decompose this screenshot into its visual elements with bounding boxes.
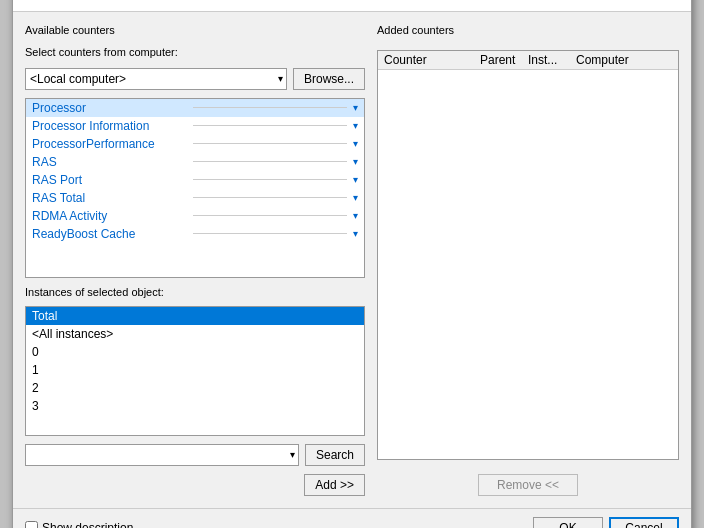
- search-button[interactable]: Search: [305, 444, 365, 466]
- added-counters-table[interactable]: Counter Parent Inst... Computer: [377, 50, 679, 460]
- counter-item[interactable]: RDMA Activity▾: [26, 207, 364, 225]
- added-counters-label: Added counters: [377, 24, 679, 36]
- remove-row: Remove <<: [377, 474, 679, 496]
- add-row: Add >>: [25, 474, 365, 496]
- show-description-row: Show description: [25, 521, 133, 529]
- instance-item[interactable]: 3: [26, 397, 364, 415]
- counter-item[interactable]: Processor Information▾: [26, 117, 364, 135]
- counter-item-text: ReadyBoost Cache: [32, 227, 187, 241]
- instances-label: Instances of selected object:: [25, 286, 365, 298]
- add-button[interactable]: Add >>: [304, 474, 365, 496]
- close-button[interactable]: ✕: [663, 0, 681, 5]
- ok-button[interactable]: OK: [533, 517, 603, 529]
- search-input[interactable]: [25, 444, 299, 466]
- right-panel: Added counters Counter Parent Inst... Co…: [377, 24, 679, 496]
- counter-separator: [193, 179, 348, 180]
- counter-item[interactable]: RAS Total▾: [26, 189, 364, 207]
- counter-separator: [193, 233, 348, 234]
- computer-select-label: Select counters from computer:: [25, 46, 365, 58]
- counter-separator: [193, 197, 348, 198]
- col-parent-header: Parent: [480, 53, 528, 67]
- counter-item[interactable]: RAS Port▾: [26, 171, 364, 189]
- counter-separator: [193, 215, 348, 216]
- browse-button[interactable]: Browse...: [293, 68, 365, 90]
- counter-separator: [193, 143, 348, 144]
- instance-item[interactable]: <All instances>: [26, 325, 364, 343]
- counter-item-text: RAS: [32, 155, 187, 169]
- show-description-label: Show description: [42, 521, 133, 529]
- counter-separator: [193, 125, 348, 126]
- left-panel: Available counters Select counters from …: [25, 24, 365, 496]
- dialog-footer: Show description OK Cancel: [13, 508, 691, 529]
- col-inst-header: Inst...: [528, 53, 576, 67]
- title-bar: Add Counters ✕: [13, 0, 691, 12]
- dialog-content: Available counters Select counters from …: [13, 12, 691, 508]
- col-computer-header: Computer: [576, 53, 672, 67]
- instance-item[interactable]: 2: [26, 379, 364, 397]
- counter-chevron-icon: ▾: [353, 156, 358, 167]
- available-counters-label: Available counters: [25, 24, 365, 36]
- search-input-wrapper[interactable]: [25, 444, 299, 466]
- counter-item-text: Processor Information: [32, 119, 187, 133]
- counter-item-text: RAS Port: [32, 173, 187, 187]
- col-counter-header: Counter: [384, 53, 480, 67]
- instances-list[interactable]: Total<All instances>0123: [25, 306, 365, 436]
- counter-item[interactable]: ProcessorPerformance▾: [26, 135, 364, 153]
- table-header: Counter Parent Inst... Computer: [378, 51, 678, 70]
- add-counters-dialog: Add Counters ✕ Available counters Select…: [12, 0, 692, 528]
- counter-chevron-icon: ▾: [353, 192, 358, 203]
- instance-item[interactable]: 1: [26, 361, 364, 379]
- counter-chevron-icon: ▾: [353, 120, 358, 131]
- show-description-checkbox[interactable]: [25, 521, 38, 528]
- computer-row: <Local computer> Browse...: [25, 68, 365, 90]
- remove-button[interactable]: Remove <<: [478, 474, 578, 496]
- counter-item[interactable]: RAS▾: [26, 153, 364, 171]
- counter-chevron-icon: ▾: [353, 174, 358, 185]
- counter-item-text: ProcessorPerformance: [32, 137, 187, 151]
- counter-separator: [193, 161, 348, 162]
- counter-item[interactable]: Processor▾: [26, 99, 364, 117]
- counter-item-text: RDMA Activity: [32, 209, 187, 223]
- counter-item-text: RAS Total: [32, 191, 187, 205]
- search-row: Search: [25, 444, 365, 466]
- counter-item[interactable]: ReadyBoost Cache▾: [26, 225, 364, 243]
- dialog-title: Add Counters: [23, 0, 96, 3]
- counter-chevron-icon: ▾: [353, 138, 358, 149]
- counter-separator: [193, 107, 348, 108]
- counter-chevron-icon: ▾: [353, 228, 358, 239]
- counter-chevron-icon: ▾: [353, 210, 358, 221]
- instance-item[interactable]: Total: [26, 307, 364, 325]
- computer-select-wrapper[interactable]: <Local computer>: [25, 68, 287, 90]
- cancel-button[interactable]: Cancel: [609, 517, 679, 529]
- counter-item-text: Processor: [32, 101, 187, 115]
- instance-item[interactable]: 0: [26, 343, 364, 361]
- computer-select[interactable]: <Local computer>: [25, 68, 287, 90]
- footer-buttons: OK Cancel: [533, 517, 679, 529]
- counter-chevron-icon: ▾: [353, 102, 358, 113]
- counters-list[interactable]: Processor▾Processor Information▾Processo…: [25, 98, 365, 278]
